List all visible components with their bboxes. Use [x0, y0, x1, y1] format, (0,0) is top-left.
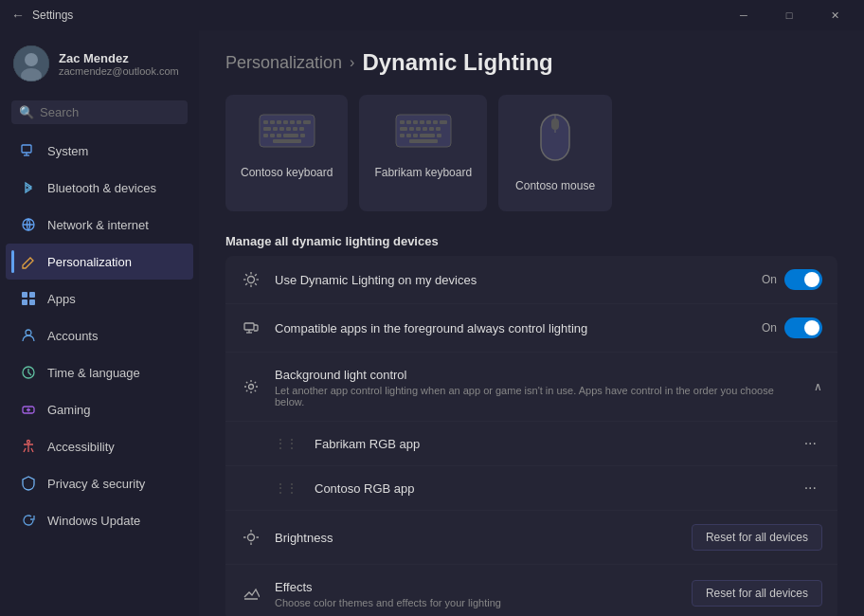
svg-rect-52	[413, 134, 418, 137]
device-card-contoso-mouse[interactable]: Contoso mouse	[498, 95, 612, 211]
svg-rect-8	[22, 292, 27, 298]
titlebar-title: Settings	[32, 9, 73, 22]
setting-background-light: Background light control Let another app…	[225, 353, 837, 422]
svg-line-65	[255, 274, 257, 276]
svg-rect-45	[409, 127, 414, 131]
toggle-compatible-apps[interactable]	[784, 317, 822, 338]
svg-rect-53	[420, 134, 435, 137]
sidebar-item-network[interactable]: Network & internet	[6, 207, 193, 243]
svg-rect-33	[283, 134, 298, 137]
sidebar-nav: System Bluetooth & devices Network & int…	[0, 132, 199, 616]
back-button[interactable]: ←	[11, 8, 25, 23]
device-name-contoso-keyboard: Contoso keyboard	[241, 166, 333, 179]
close-button[interactable]: ✕	[813, 0, 856, 30]
sun-icon	[241, 527, 261, 548]
sidebar-item-bluetooth[interactable]: Bluetooth & devices	[6, 170, 193, 206]
svg-point-58	[248, 277, 255, 283]
svg-line-63	[245, 274, 247, 276]
svg-rect-11	[29, 299, 35, 305]
svg-rect-41	[426, 120, 431, 124]
svg-rect-49	[436, 127, 441, 131]
gear-light-icon	[241, 376, 261, 397]
gaming-icon	[19, 400, 38, 419]
accounts-icon	[19, 326, 38, 345]
accessibility-icon	[19, 437, 38, 456]
setting-info-fabrikam-rgb: Fabrikam RGB app	[315, 435, 785, 452]
sidebar-item-accessibility[interactable]: Accessibility	[6, 428, 193, 464]
compatible-apps-icon	[241, 317, 261, 338]
dots-menu-contoso[interactable]: ···	[799, 478, 822, 498]
maximize-button[interactable]: □	[767, 0, 811, 30]
setting-value-dynamic-lighting: On	[762, 273, 777, 286]
breadcrumb-current: Dynamic Lighting	[362, 49, 552, 76]
reset-effects-button[interactable]: Reset for all devices	[692, 580, 822, 607]
sidebar-item-time[interactable]: Time & language	[6, 354, 193, 390]
svg-rect-23	[303, 120, 311, 124]
svg-rect-46	[416, 127, 421, 131]
sidebar-item-system-label: System	[47, 144, 88, 158]
main-content: Personalization › Dynamic Lighting	[199, 30, 864, 616]
system-icon	[19, 141, 38, 160]
reset-brightness-button[interactable]: Reset for all devices	[692, 524, 822, 551]
sidebar-item-system[interactable]: System	[6, 133, 193, 169]
sidebar-item-time-label: Time & language	[47, 366, 140, 380]
fabrikam-keyboard-icon	[395, 114, 452, 156]
sidebar-item-personalization[interactable]: Personalization	[6, 244, 193, 280]
user-email: zacmendez@outlook.com	[59, 65, 179, 77]
svg-point-1	[25, 53, 38, 66]
svg-rect-39	[413, 120, 418, 124]
breadcrumb-parent[interactable]: Personalization	[225, 53, 342, 73]
sidebar-item-update[interactable]: Windows Update	[6, 502, 193, 538]
device-card-contoso-keyboard[interactable]: Contoso keyboard	[225, 95, 348, 211]
dots-menu-fabrikam[interactable]: ···	[799, 433, 822, 454]
app-container: Zac Mendez zacmendez@outlook.com 🔍 Syste…	[0, 30, 864, 616]
personalization-icon	[19, 252, 38, 271]
setting-label-compatible-apps: Compatible apps in the foreground always…	[275, 321, 587, 335]
svg-point-71	[248, 534, 255, 541]
sidebar-item-accounts[interactable]: Accounts	[6, 317, 193, 353]
search-box[interactable]: 🔍	[11, 100, 188, 124]
setting-info-dynamic-lighting: Use Dynamic Lighting on my devices	[275, 271, 748, 288]
setting-label-fabrikam-rgb: Fabrikam RGB app	[315, 437, 420, 451]
setting-effects: Effects Choose color themes and effects …	[225, 565, 837, 616]
svg-rect-43	[440, 120, 447, 124]
setting-sublabel-background-light: Let another app control lighting when an…	[275, 385, 801, 408]
sidebar: Zac Mendez zacmendez@outlook.com 🔍 Syste…	[0, 30, 199, 616]
collapse-icon[interactable]: ∧	[814, 380, 822, 393]
user-profile[interactable]: Zac Mendez zacmendez@outlook.com	[0, 30, 199, 97]
sidebar-item-privacy[interactable]: Privacy & security	[6, 465, 193, 501]
toggle-dynamic-lighting[interactable]	[784, 269, 822, 290]
mouse-icon	[539, 114, 571, 170]
sidebar-item-apps[interactable]: Apps	[6, 281, 193, 317]
search-input[interactable]	[40, 105, 180, 119]
svg-rect-24	[263, 127, 271, 131]
brightness-icon	[241, 269, 261, 290]
svg-rect-9	[29, 292, 35, 298]
setting-brightness: Brightness Reset for all devices	[225, 511, 837, 565]
svg-rect-18	[270, 120, 275, 124]
setting-label-brightness: Brightness	[275, 531, 333, 545]
svg-rect-55	[409, 139, 438, 143]
setting-label-background-light: Background light control	[275, 368, 406, 382]
drag-handle-contoso: ⋮⋮	[275, 481, 297, 495]
sidebar-item-apps-label: Apps	[47, 292, 76, 306]
setting-label-contoso-rgb: Contoso RGB app	[315, 481, 415, 496]
apps-icon	[19, 289, 38, 308]
svg-rect-25	[273, 127, 278, 131]
user-info: Zac Mendez zacmendez@outlook.com	[59, 51, 179, 77]
sidebar-item-gaming[interactable]: Gaming	[6, 391, 193, 427]
minimize-button[interactable]: ─	[722, 0, 765, 30]
svg-rect-19	[277, 120, 281, 124]
svg-rect-30	[263, 134, 268, 137]
sidebar-item-network-label: Network & internet	[47, 218, 149, 232]
svg-rect-29	[299, 127, 304, 131]
svg-rect-35	[273, 139, 301, 143]
device-card-fabrikam-keyboard[interactable]: Fabrikam keyboard	[359, 95, 487, 211]
svg-rect-22	[297, 120, 301, 124]
svg-rect-42	[433, 120, 438, 124]
drag-handle-fabrikam: ⋮⋮	[275, 437, 297, 450]
svg-rect-26	[279, 127, 284, 131]
sidebar-item-privacy-label: Privacy & security	[47, 477, 145, 491]
svg-rect-4	[22, 145, 31, 153]
setting-sublabel-effects: Choose color themes and effects for your…	[275, 597, 678, 608]
